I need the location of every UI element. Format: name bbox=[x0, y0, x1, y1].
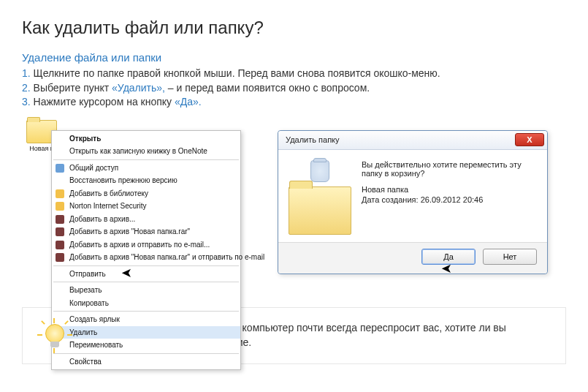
menu-separator bbox=[53, 282, 239, 282]
menu-item-label: Открыть как записную книжку в OneNote bbox=[69, 147, 207, 155]
menu-item-label: Добавить в библиотеку bbox=[69, 189, 148, 197]
dialog-folder-name: Новая папка bbox=[362, 185, 537, 194]
menu-separator bbox=[53, 265, 239, 266]
menu-item-icon bbox=[56, 189, 64, 198]
dialog-body: Вы действительно хотите переместить эту … bbox=[278, 150, 547, 242]
step-3: 3. Нажмите курсором на кнопку «Да». bbox=[22, 95, 566, 110]
recycle-bin-icon bbox=[310, 160, 329, 182]
dialog-icons bbox=[289, 160, 351, 235]
instruction-steps: 1. Щелкните по папке правой кнопкой мыши… bbox=[22, 67, 566, 110]
step-1: 1. Щелкните по папке правой кнопкой мыши… bbox=[22, 67, 566, 81]
menu-item[interactable]: Добавить в архив и отправить по e-mail..… bbox=[52, 238, 240, 252]
menu-item-label: Добавить в архив... bbox=[69, 215, 135, 223]
step-number: 1. bbox=[22, 67, 31, 79]
section-subtitle: Удаление файла или папки bbox=[22, 51, 566, 64]
menu-item-label: Добавить в архив "Новая папка.rar" bbox=[69, 227, 190, 235]
delete-confirm-dialog: Удалить папку X Вы действительно хотите … bbox=[278, 130, 548, 274]
menu-item-label: Создать ярлык bbox=[69, 315, 120, 323]
menu-item-label: Добавить в архив и отправить по e-mail..… bbox=[69, 241, 210, 249]
menu-item[interactable]: Norton Internet Security bbox=[52, 200, 240, 213]
menu-item[interactable]: Создать ярлык bbox=[52, 313, 240, 326]
close-button[interactable]: X bbox=[515, 133, 544, 146]
menu-item-icon bbox=[56, 164, 64, 173]
menu-item[interactable]: Общий доступ bbox=[52, 162, 240, 175]
menu-item[interactable]: Восстановить прежнюю версию bbox=[52, 174, 240, 187]
step-2: 2. Выберите пункт «Удалить», – и перед в… bbox=[22, 81, 566, 96]
menu-item[interactable]: Открыть как записную книжку в OneNote bbox=[52, 145, 240, 158]
menu-item[interactable]: Добавить в библиотеку bbox=[52, 187, 240, 200]
menu-item[interactable]: Отправить bbox=[52, 268, 240, 281]
cursor-icon: ➤ bbox=[121, 265, 132, 281]
step-number: 3. bbox=[22, 96, 31, 108]
menu-separator bbox=[53, 353, 239, 354]
context-menu: ОткрытьОткрыть как записную книжку в One… bbox=[51, 130, 241, 371]
menu-item-label: Восстановить прежнюю версию bbox=[69, 176, 177, 184]
menu-item[interactable]: Добавить в архив "Новая папка.rar" bbox=[52, 225, 240, 238]
step-quoted: «Да». bbox=[175, 96, 202, 108]
dialog-title: Удалить папку bbox=[286, 135, 340, 144]
menu-item-label: Свойства bbox=[69, 358, 102, 366]
menu-item[interactable]: Открыть bbox=[52, 132, 240, 146]
menu-item-label: Открыть bbox=[69, 135, 101, 143]
no-button[interactable]: Нет bbox=[483, 249, 537, 265]
cursor-icon: ➤ bbox=[441, 260, 452, 276]
menu-item-icon bbox=[56, 202, 64, 211]
dialog-buttons: Да Нет ➤ bbox=[278, 242, 547, 274]
dialog-text: Вы действительно хотите переместить эту … bbox=[362, 160, 537, 204]
menu-item[interactable]: Добавить в архив "Новая папка.rar" и отп… bbox=[52, 251, 240, 264]
menu-item-icon bbox=[56, 253, 64, 262]
dialog-question: Вы действительно хотите переместить эту … bbox=[362, 160, 537, 178]
step-quoted: «Удалить», bbox=[112, 82, 165, 94]
menu-item[interactable]: Переименовать bbox=[52, 339, 240, 352]
step-text-after: – и перед вами появится окно с вопросом. bbox=[165, 82, 370, 94]
menu-item-label: Отправить bbox=[69, 270, 106, 278]
menu-item-label: Добавить в архив "Новая папка.rar" и отп… bbox=[69, 253, 264, 261]
menu-item-label: Переименовать bbox=[69, 341, 123, 349]
menu-item-label: Копировать bbox=[69, 299, 109, 307]
menu-separator bbox=[53, 311, 239, 312]
menu-item-label: Удалить bbox=[69, 328, 97, 336]
menu-item-icon bbox=[56, 227, 64, 236]
context-menu-illustration: Новая п ОткрытьОткрыть как записную книж… bbox=[22, 120, 248, 295]
step-number: 2. bbox=[22, 82, 31, 94]
menu-item[interactable]: Вырезать bbox=[52, 284, 240, 297]
step-text: Щелкните по папке правой кнопкой мыши. П… bbox=[31, 67, 440, 79]
menu-item-label: Norton Internet Security bbox=[69, 202, 147, 210]
folder-large-icon bbox=[289, 186, 351, 235]
dialog-titlebar: Удалить папку X bbox=[278, 131, 547, 150]
menu-separator bbox=[53, 159, 239, 160]
menu-item[interactable]: Удалить bbox=[52, 326, 240, 339]
menu-item-label: Вырезать bbox=[69, 286, 102, 294]
menu-item[interactable]: Копировать bbox=[52, 297, 240, 310]
lightbulb-icon bbox=[37, 318, 72, 353]
menu-item-label: Общий доступ bbox=[69, 164, 118, 172]
menu-item[interactable]: Свойства bbox=[52, 355, 240, 369]
menu-item[interactable]: Добавить в архив... bbox=[52, 213, 240, 226]
step-text: Нажмите курсором на кнопку bbox=[31, 96, 175, 108]
menu-item-icon bbox=[56, 215, 64, 224]
page-title: Как удалить файл или папку? bbox=[22, 18, 566, 38]
step-text: Выберите пункт bbox=[31, 82, 112, 94]
menu-item-icon bbox=[56, 241, 64, 249]
dialog-folder-date: Дата создания: 26.09.2012 20:46 bbox=[362, 195, 537, 204]
illustration-row: Новая п ОткрытьОткрыть как записную книж… bbox=[22, 120, 566, 295]
